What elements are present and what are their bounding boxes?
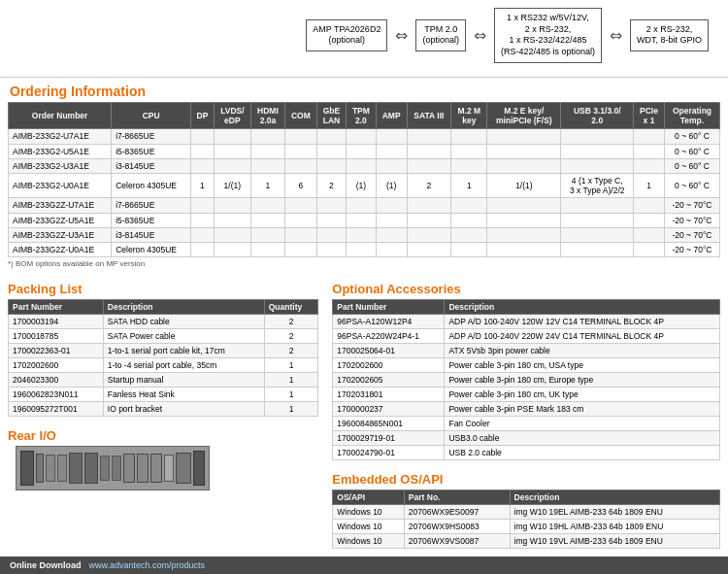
cell xyxy=(561,144,634,158)
cell xyxy=(634,129,665,144)
cell xyxy=(634,158,665,173)
cell: i7-8665UE xyxy=(112,198,191,213)
arrow1: ⇔ xyxy=(395,26,408,45)
cell xyxy=(191,144,215,158)
cell: 1-to-1 serial port cable kit, 17cm xyxy=(103,344,264,358)
cell xyxy=(451,129,487,144)
list-item: Windows 1020706WX9ES0097img W10 19EL AIM… xyxy=(333,505,720,520)
table-row: AIMB-233G2Z-U5A1Ei5-8365UE-20 ~ 70°C xyxy=(9,213,720,227)
cell: img W10 19EL AIMB-233 64b 1809 ENU xyxy=(510,505,719,520)
cell: i3-8145UE xyxy=(112,158,191,173)
col-m2m: M.2 Mkey xyxy=(451,103,487,129)
cell: 20706WX9ES0097 xyxy=(404,505,510,520)
list-item: 17020026001-to -4 serial port cable, 35c… xyxy=(9,358,318,373)
optional-title: Optional Accessories xyxy=(332,278,720,299)
table-row: AIMB-233G2-U7A1Ei7-8665UE0 ~ 60° C xyxy=(9,129,720,144)
tpm-box: TPM 2.0(optional) xyxy=(415,19,466,51)
cell xyxy=(250,227,284,242)
cell: 1 xyxy=(264,373,318,388)
cell: 1700029719-01 xyxy=(333,431,445,446)
cell xyxy=(316,198,346,213)
list-item: 1700003194SATA HDD cable2 xyxy=(9,315,318,329)
cell: AIMB-233G2-U7A1E xyxy=(9,129,112,144)
ordering-title: Ordering Information xyxy=(10,84,718,99)
col-usb: USB 3.1/3.0/2.0 xyxy=(561,103,634,129)
cell xyxy=(561,213,634,227)
col-m2e: M.2 E key/miniPCIe (F/S) xyxy=(487,103,561,129)
cell: 1 xyxy=(634,173,665,197)
list-item: Windows 1020706WX9VS0087img W10 19VL AIM… xyxy=(333,534,720,549)
cell: AIMB-233G2Z-U0A1E xyxy=(9,242,112,256)
list-item: 1700024790-01USB 2.0 cable xyxy=(333,446,720,460)
cell: 1 xyxy=(264,358,318,373)
ordering-section: Order Number CPU DP LVDS/eDP HDMI2.0a CO… xyxy=(0,102,728,278)
cell: 1 xyxy=(451,173,487,197)
cell: Power cable 3-pin 180 cm, Europe type xyxy=(445,373,720,388)
ordering-table: Order Number CPU DP LVDS/eDP HDMI2.0a CO… xyxy=(8,102,720,257)
cell xyxy=(634,242,665,256)
opt-col-desc: Description xyxy=(445,300,720,315)
cell xyxy=(191,198,215,213)
ordering-header: Ordering Information xyxy=(0,78,728,102)
cell xyxy=(284,129,316,144)
cell: Power cable 3-pin 180 cm, UK type xyxy=(445,388,720,402)
footer-label: Online Download xyxy=(10,560,82,570)
cell xyxy=(214,198,250,213)
cell xyxy=(634,227,665,242)
list-item: 1700000237Power cable 3-pin PSE Mark 183… xyxy=(333,402,720,417)
cell xyxy=(347,158,377,173)
cell xyxy=(561,227,634,242)
cell: 1700000237 xyxy=(333,402,445,417)
cell xyxy=(451,198,487,213)
cell: (1) xyxy=(347,173,377,197)
cell xyxy=(250,242,284,256)
emb-col-desc: Description xyxy=(510,490,719,505)
cell: 1700024790-01 xyxy=(333,446,445,460)
embedded-table: OS/API Part No. Description Windows 1020… xyxy=(332,490,720,549)
cell xyxy=(451,144,487,158)
cell: AIMB-233G2-U5A1E xyxy=(9,144,112,158)
rear-io-section xyxy=(8,446,318,496)
cell xyxy=(191,242,215,256)
col-tpm: TPM2.0 xyxy=(347,103,377,129)
cell: 2 xyxy=(264,315,318,329)
cell: 1960084865N001 xyxy=(333,417,445,431)
cell: 2 xyxy=(316,173,346,197)
cell: AIMB-233G2Z-U5A1E xyxy=(9,213,112,227)
list-item: 1702002605Power cable 3-pin 180 cm, Euro… xyxy=(333,373,720,388)
cell: 1702031801 xyxy=(333,388,445,402)
cell: Power cable 3-pin PSE Mark 183 cm xyxy=(445,402,720,417)
list-item: 1702031801Power cable 3-pin 180 cm, UK t… xyxy=(333,388,720,402)
table-row: AIMB-233G2Z-U7A1Ei7-8665UE-20 ~ 70°C xyxy=(9,198,720,213)
cell xyxy=(214,242,250,256)
pack-col-part: Part Number xyxy=(9,300,104,315)
cell: 2 xyxy=(264,329,318,344)
cell xyxy=(347,242,377,256)
cell xyxy=(376,198,407,213)
footer-url[interactable]: www.advantech.com/products xyxy=(89,560,206,570)
cell: 20706WX9HS0083 xyxy=(404,520,510,534)
cell: Windows 10 xyxy=(333,534,405,549)
cell: ATX 5Vsb 3pin power cable xyxy=(445,344,720,358)
cell xyxy=(407,144,451,158)
list-item: 1702002600Power cable 3-pin 180 cm, USA … xyxy=(333,358,720,373)
cell: ADP A/D 100-240V 220W 24V C14 TERMINAL B… xyxy=(445,329,720,344)
cell xyxy=(250,144,284,158)
cell: 1-to -4 serial port cable, 35cm xyxy=(103,358,264,373)
cell: 1/(1) xyxy=(214,173,250,197)
cell: USB3.0 cable xyxy=(445,431,720,446)
arrow2: ⇔ xyxy=(474,26,486,45)
cell: 20706WX9VS0087 xyxy=(404,534,510,549)
cell xyxy=(250,198,284,213)
cell: Startup manual xyxy=(103,373,264,388)
packing-table: Part Number Description Quantity 1700003… xyxy=(8,299,318,417)
cell: Fan Cooler xyxy=(445,417,720,431)
col-sata: SATA III xyxy=(407,103,451,129)
cell: Windows 10 xyxy=(333,520,405,534)
cell: 96PSA-A120W12P4 xyxy=(333,315,445,329)
cell xyxy=(407,242,451,256)
cell: Power cable 3-pin 180 cm, USA type xyxy=(445,358,720,373)
list-item: 96PSA-A120W12P4ADP A/D 100-240V 120W 12V… xyxy=(333,315,720,329)
cell xyxy=(284,158,316,173)
cell: AIMB-233G2Z-U7A1E xyxy=(9,198,112,213)
